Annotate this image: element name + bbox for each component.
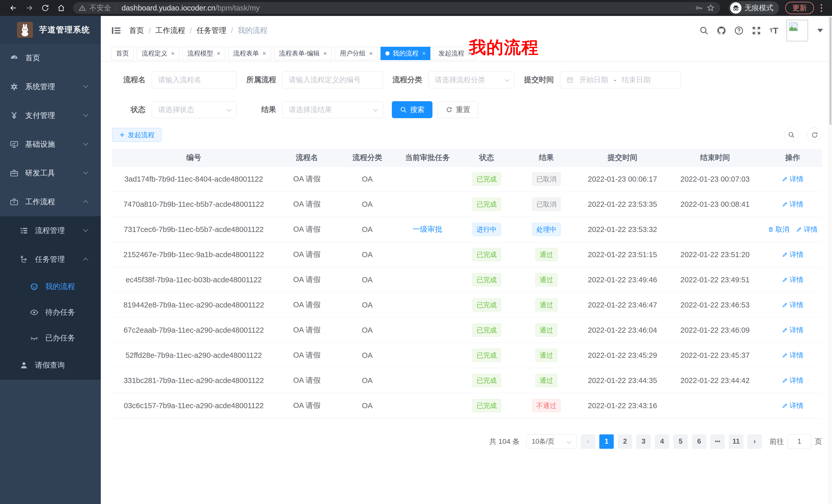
table-row: 03c6c157-7b9a-11ec-a290-acde48001122OA 请…: [112, 393, 822, 418]
avatar[interactable]: [786, 20, 808, 41]
page-size-label: 10条/页: [532, 437, 554, 446]
refresh-button[interactable]: [807, 128, 822, 142]
tab-user-group[interactable]: 用户分组×: [335, 47, 378, 60]
show-search-button[interactable]: [784, 128, 799, 142]
font-size-icon[interactable]: TT: [769, 26, 779, 35]
tab-close-icon[interactable]: ×: [323, 50, 327, 57]
hamburger-icon[interactable]: [111, 25, 121, 36]
scrollbar[interactable]: [828, 16, 832, 504]
detail-action-button[interactable]: 详情: [782, 351, 803, 360]
sidebar-item-my-process[interactable]: 我的流程: [0, 274, 101, 300]
sidebar-item-home[interactable]: 首页: [0, 44, 101, 73]
fullscreen-icon[interactable]: [752, 26, 761, 35]
update-button[interactable]: 更新: [785, 2, 814, 14]
incognito-label: 无痕模式: [745, 3, 773, 13]
breadcrumb-item[interactable]: 工作流程: [155, 25, 185, 36]
result-cell: 通过: [515, 368, 578, 393]
tab-process-form[interactable]: 流程表单×: [228, 47, 271, 60]
tab-process-model[interactable]: 流程模型×: [183, 47, 225, 60]
annotation-overlay: 我的流程: [469, 36, 539, 59]
detail-action-button[interactable]: 详情: [782, 250, 803, 259]
sidebar-item-task-mgmt[interactable]: 任务管理: [0, 245, 101, 274]
process-id-cell: 7470a810-7b9b-11ec-b5b7-acde48001122: [112, 192, 275, 217]
page-button-11[interactable]: 11: [729, 435, 743, 449]
goto-page-input[interactable]: 1: [787, 435, 811, 449]
next-page-button[interactable]: ›: [747, 435, 762, 449]
detail-action-button[interactable]: 详情: [796, 225, 817, 234]
chevron-up-icon: [83, 200, 88, 205]
tab-close-icon[interactable]: ×: [262, 50, 266, 57]
avatar-dropdown-icon[interactable]: [817, 29, 823, 32]
tab-close-icon[interactable]: ×: [217, 50, 220, 57]
breadcrumb-item[interactable]: 任务管理: [197, 25, 226, 36]
tab-close-icon[interactable]: ×: [422, 50, 425, 57]
process-definition-input[interactable]: 请输入流程定义的编号: [282, 72, 383, 88]
help-icon[interactable]: [734, 26, 744, 35]
forward-icon[interactable]: [23, 1, 36, 15]
back-icon[interactable]: [7, 1, 20, 15]
detail-action-button[interactable]: 详情: [782, 200, 803, 209]
sidebar-item-workflow[interactable]: 工作流程: [0, 188, 101, 216]
detail-action-button[interactable]: 详情: [782, 174, 803, 184]
status-cell: 进行中: [459, 217, 515, 242]
current-task-link[interactable]: 一级审批: [413, 224, 442, 234]
cancel-action-button[interactable]: 取消: [768, 225, 789, 234]
tab-close-icon[interactable]: ×: [171, 50, 175, 57]
detail-action-button[interactable]: 详情: [782, 300, 803, 310]
tab-process-form-edit[interactable]: 流程表单-编辑×: [274, 47, 332, 60]
status-cell: 已完成: [459, 292, 515, 317]
github-icon[interactable]: [717, 26, 726, 35]
page-button-3[interactable]: 3: [636, 435, 651, 449]
column-header: 结果: [515, 149, 578, 166]
chevron-down-icon: [83, 141, 88, 146]
start-process-button[interactable]: 发起流程: [112, 128, 161, 142]
page-button-4[interactable]: 4: [655, 435, 669, 449]
actions-cell: 取消详情: [763, 217, 822, 242]
current-task-cell: [396, 242, 459, 267]
detail-action-button[interactable]: 详情: [782, 326, 803, 335]
result-select[interactable]: 请选择流结果: [282, 101, 383, 118]
chevron-down-icon: [83, 169, 88, 174]
sidebar-item-dev-tools[interactable]: 研发工具: [0, 159, 101, 188]
search-icon[interactable]: [699, 26, 709, 35]
reload-icon[interactable]: [38, 1, 52, 15]
page-button-1[interactable]: 1: [599, 435, 614, 449]
not-secure-icon[interactable]: [79, 4, 86, 11]
breadcrumb-item[interactable]: 首页: [129, 25, 144, 36]
sidebar-item-infrastructure[interactable]: 基础设施: [0, 130, 101, 159]
page-size-select[interactable]: 10条/页: [526, 435, 577, 449]
reset-button[interactable]: 重置: [438, 101, 478, 118]
tab-close-icon[interactable]: ×: [369, 50, 372, 57]
page-button-2[interactable]: 2: [618, 435, 632, 449]
tab-process-definition[interactable]: 流程定义×: [137, 47, 179, 60]
scrollbar-thumb[interactable]: [829, 17, 831, 125]
tab-home[interactable]: 首页: [111, 47, 134, 60]
process-category-select[interactable]: 请选择流程分类: [428, 72, 515, 88]
detail-action-button[interactable]: 详情: [782, 376, 803, 385]
page-button-6[interactable]: 6: [692, 435, 706, 449]
tab-my-process[interactable]: 我的流程×: [381, 47, 431, 60]
submit-time-range-picker[interactable]: 开始日期 - 结束日期: [560, 72, 681, 88]
sidebar-item-leave-query[interactable]: 请假查询: [0, 351, 101, 380]
sidebar-item-system-mgmt[interactable]: 系统管理: [0, 73, 101, 101]
bookmark-star-icon[interactable]: [706, 4, 715, 12]
sidebar-item-payment-mgmt[interactable]: 支付管理: [0, 101, 101, 130]
detail-action-button[interactable]: 详情: [782, 275, 803, 284]
status-select[interactable]: 请选择状态: [152, 101, 237, 118]
tab-label: 流程模型: [187, 49, 213, 58]
app-logo[interactable]: 芋道管理系统: [0, 16, 101, 44]
address-bar[interactable]: 不安全 dashboard.yudao.iocoder.cn/bpm/task/…: [73, 2, 721, 14]
tab-label: 流程表单: [233, 49, 259, 58]
sidebar-item-process-mgmt[interactable]: 流程管理: [0, 216, 101, 245]
detail-action-button[interactable]: 详情: [782, 401, 803, 410]
result-cell: 不通过: [515, 393, 578, 418]
page-button-5[interactable]: 5: [673, 435, 688, 449]
browser-menu-icon[interactable]: [817, 4, 825, 12]
sidebar-item-done-task[interactable]: 已办任务: [0, 325, 101, 351]
sidebar-item-todo-task[interactable]: 待办任务: [0, 300, 101, 325]
home-icon[interactable]: [54, 1, 68, 15]
password-key-icon[interactable]: [695, 4, 703, 12]
prev-page-button[interactable]: ‹: [581, 435, 595, 449]
process-name-input[interactable]: 请输入流程名: [152, 72, 237, 88]
search-button[interactable]: 搜索: [392, 101, 433, 118]
